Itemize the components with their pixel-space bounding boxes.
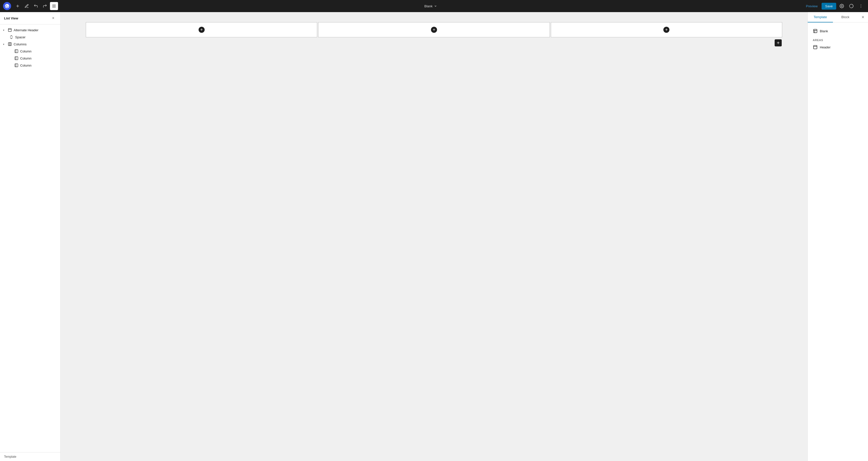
- toolbar-right: Preview Save: [803, 2, 865, 10]
- column-icon: [14, 63, 19, 68]
- column-icon: [14, 49, 19, 54]
- header-area-label: Header: [820, 45, 831, 49]
- document-title-button[interactable]: Blank: [422, 3, 440, 9]
- tab-block[interactable]: Block: [833, 12, 858, 23]
- canvas-inner: + + + +: [61, 12, 807, 461]
- svg-rect-24: [813, 45, 817, 49]
- column-icon: [14, 56, 19, 61]
- add-block-column-2-button[interactable]: +: [431, 27, 437, 33]
- toolbar-center: Blank: [59, 3, 802, 9]
- redo-button[interactable]: [41, 2, 49, 10]
- tools-button[interactable]: [23, 2, 31, 10]
- alternate-header-label: Alternate Header: [13, 28, 38, 32]
- template-blank-item[interactable]: Blank: [812, 27, 864, 36]
- right-panel-tabs: Template Block ×: [808, 12, 868, 23]
- tree-item-column-3[interactable]: Column: [0, 62, 60, 69]
- svg-rect-19: [15, 64, 18, 67]
- add-block-column-1-button[interactable]: +: [198, 27, 205, 33]
- svg-point-8: [861, 6, 861, 6]
- svg-rect-12: [8, 43, 11, 46]
- document-title-label: Blank: [425, 4, 433, 8]
- appearance-button[interactable]: [847, 2, 856, 10]
- column-2-label: Column: [20, 57, 32, 60]
- preview-button[interactable]: Preview: [803, 3, 820, 9]
- template-blank-label: Blank: [820, 29, 828, 33]
- right-panel: Template Block × Blank AREAS Header: [807, 12, 868, 461]
- add-row-button[interactable]: +: [775, 39, 782, 46]
- save-button[interactable]: Save: [822, 3, 836, 9]
- list-view-panel: List View × ▾ Alternate Header Spacer: [0, 12, 61, 461]
- tab-template[interactable]: Template: [808, 12, 833, 23]
- tree-item-spacer[interactable]: Spacer: [0, 34, 60, 41]
- svg-point-9: [861, 7, 861, 7]
- chevron-down-icon: ▾: [3, 29, 6, 32]
- areas-section-label: AREAS: [812, 36, 864, 43]
- list-view-close-button[interactable]: ×: [50, 15, 56, 21]
- column-3-label: Column: [20, 64, 32, 67]
- tree-item-column-2[interactable]: Column: [0, 55, 60, 62]
- tree-item-column-1[interactable]: Column: [0, 48, 60, 55]
- column-block-1[interactable]: +: [86, 22, 317, 37]
- more-options-button[interactable]: [857, 2, 865, 10]
- tree-item-columns[interactable]: ▾ Columns: [0, 41, 60, 48]
- svg-rect-15: [15, 50, 18, 53]
- svg-rect-21: [813, 29, 817, 33]
- columns-container: + + +: [86, 22, 782, 37]
- header-icon: [7, 28, 12, 32]
- svg-point-5: [841, 5, 842, 7]
- svg-rect-10: [8, 29, 11, 32]
- template-icon: [813, 29, 818, 34]
- spacer-label: Spacer: [15, 35, 26, 39]
- column-block-2[interactable]: +: [318, 22, 550, 37]
- undo-button[interactable]: [32, 2, 40, 10]
- right-panel-content: Blank AREAS Header: [808, 23, 868, 461]
- toolbar: Blank Preview Save: [0, 0, 868, 12]
- columns-icon: [7, 42, 12, 46]
- list-view-header: List View ×: [0, 12, 60, 25]
- spacer-icon: [9, 35, 13, 39]
- chevron-down-icon: ▾: [3, 43, 6, 46]
- list-view-footer: Template: [0, 452, 60, 461]
- column-1-label: Column: [20, 50, 32, 53]
- list-view-title: List View: [4, 17, 18, 20]
- wordpress-logo[interactable]: [3, 2, 11, 10]
- tree-content: ▾ Alternate Header Spacer ▾ Columns: [0, 25, 60, 452]
- list-view-button[interactable]: [50, 2, 58, 10]
- add-block-button[interactable]: [13, 2, 22, 10]
- right-panel-close-button[interactable]: ×: [859, 13, 867, 21]
- header-area-icon: [813, 45, 818, 50]
- settings-button[interactable]: [838, 2, 846, 10]
- columns-label: Columns: [13, 42, 27, 46]
- svg-point-7: [861, 4, 861, 5]
- add-row-container: +: [86, 37, 782, 46]
- tree-item-alternate-header[interactable]: ▾ Alternate Header: [0, 27, 60, 34]
- canvas-area: + + + +: [61, 12, 807, 461]
- header-area-item[interactable]: Header: [812, 43, 864, 52]
- svg-rect-17: [15, 57, 18, 60]
- main-layout: List View × ▾ Alternate Header Spacer: [0, 12, 868, 461]
- add-block-column-3-button[interactable]: +: [663, 27, 670, 33]
- column-block-3[interactable]: +: [551, 22, 782, 37]
- footer-label: Template: [4, 455, 17, 459]
